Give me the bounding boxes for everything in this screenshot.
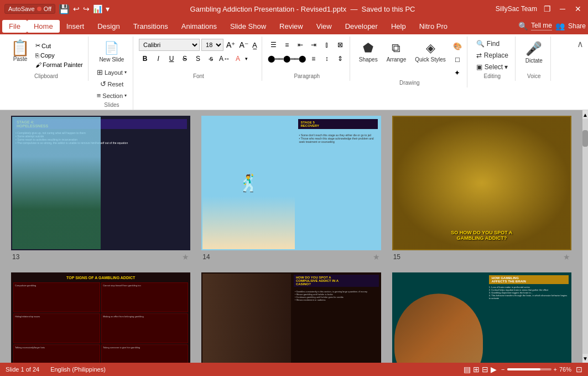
paragraph-group: ☰ ≡ ⇤ ⇥ ⫿ ⊠ ⬤═ ═⬤═ ═⬤ ≡ ↕ ⇕ Paragraph	[264, 37, 350, 81]
scrollbar-thumb[interactable]	[582, 130, 588, 147]
bold-button[interactable]: B	[139, 53, 151, 65]
menu-item-animations[interactable]: Animations	[175, 20, 223, 33]
editing-label: Editing	[484, 72, 501, 81]
shape-outline-button[interactable]: □	[451, 53, 464, 65]
menu-item-developer[interactable]: Developer	[339, 20, 384, 33]
strikethrough-button[interactable]: S	[179, 53, 191, 65]
quick-styles-icon: ◈	[426, 41, 435, 55]
replace-button[interactable]: ⇄ Replace	[473, 50, 512, 60]
font-size-select[interactable]: 18	[201, 39, 223, 51]
fit-slide-button[interactable]: ⊡	[576, 365, 582, 374]
menu-item-review[interactable]: Review	[273, 20, 310, 33]
editing-group: 🔍 Find ⇄ Replace ▣ Select ▾ Editing	[470, 37, 516, 81]
slideshow-button[interactable]: ▶	[491, 365, 497, 374]
voice-group: 🎤 Dictate Voice	[518, 37, 551, 81]
menu-item-transitions[interactable]: Transitions	[127, 20, 175, 33]
slide-thumbnail-14[interactable]: STAGE 5RECOVERY • Some don't reach this …	[201, 116, 381, 250]
undo-icon[interactable]: ↩	[73, 4, 80, 13]
slide-star-15[interactable]: ★	[563, 253, 570, 261]
present-icon[interactable]: 📊	[93, 4, 102, 13]
line-spacing-button[interactable]: ↕	[321, 53, 333, 65]
menu-item-design[interactable]: Design	[91, 20, 126, 33]
list-item: STAGE 5RECOVERY • Some don't reach this …	[201, 116, 381, 261]
shapes-icon: ⬟	[363, 41, 373, 55]
close-button[interactable]: ✕	[573, 3, 584, 14]
menu-item-view[interactable]: View	[310, 20, 339, 33]
menu-item-nitro[interactable]: Nitro Pro	[413, 20, 454, 33]
menu-item-help[interactable]: Help	[384, 20, 413, 33]
charspace-button[interactable]: A↔	[218, 53, 231, 65]
quick-styles-button[interactable]: ◈ Quick Styles	[412, 39, 449, 65]
new-slide-button[interactable]: 📄 New Slide	[96, 39, 127, 65]
find-button[interactable]: 🔍 Find	[473, 39, 512, 49]
numbering-button[interactable]: ≡	[281, 39, 293, 51]
decrease-indent-button[interactable]: ⇤	[294, 39, 306, 51]
font-label: Font	[193, 72, 204, 81]
redo-icon[interactable]: ↪	[83, 4, 90, 13]
save-icon[interactable]: 💾	[59, 4, 70, 14]
underline-button[interactable]: U	[165, 53, 178, 65]
status-left: Slide 1 of 24 English (Philippines)	[6, 366, 106, 373]
align-left-button[interactable]: ⬤═	[268, 53, 280, 65]
font-color-button[interactable]: A	[232, 53, 244, 65]
strikethrough2-button[interactable]: s̶	[205, 53, 217, 65]
font-name-select[interactable]: Calibri	[139, 39, 200, 51]
bullets-button[interactable]: ☰	[268, 39, 280, 51]
saved-status: Saved to this PC	[362, 5, 415, 13]
paste-button[interactable]: 📋 Paste	[8, 39, 33, 64]
justify-button[interactable]: ≡	[308, 53, 320, 65]
increase-font-btn[interactable]: A⁺	[225, 39, 236, 50]
slide-sorter-button[interactable]: ⊞	[473, 365, 480, 374]
more-icon[interactable]: ▾	[106, 4, 110, 13]
align-right-button[interactable]: ═⬤	[294, 53, 306, 65]
slide-thumbnail-17[interactable]: HOW DO YOU SPOT ACOMPULSIVE ADDICT IN AC…	[201, 272, 381, 363]
drawing-group: ⬟ Shapes ⧉ Arrange ◈ Quick Styles 🎨 □ ✦ …	[352, 37, 467, 87]
italic-button[interactable]: I	[152, 53, 164, 65]
layout-button[interactable]: ⊞ Layout ▾	[94, 67, 129, 78]
right-scrollbar[interactable]: ▲ ▼	[582, 110, 588, 363]
share-label[interactable]: Share	[568, 22, 586, 30]
search-label[interactable]: Tell me	[531, 22, 552, 30]
slide-star-14[interactable]: ★	[373, 253, 380, 261]
copy-button[interactable]: ⎘ Copy	[34, 51, 85, 60]
zoom-in-button[interactable]: +	[554, 366, 557, 373]
column-button[interactable]: ⫿	[321, 39, 333, 51]
smart-art-button[interactable]: ⊠	[334, 39, 346, 51]
section-button[interactable]: ≡ Section ▾	[94, 90, 129, 101]
find-icon: 🔍	[476, 40, 485, 48]
dictate-button[interactable]: 🎤 Dictate	[522, 39, 546, 66]
format-painter-button[interactable]: 🖌 Format Painter	[34, 60, 85, 69]
align-center-button[interactable]: ═⬤═	[281, 53, 293, 65]
text-direction-button[interactable]: ⇕	[334, 53, 346, 65]
reading-view-button[interactable]: ⊟	[482, 365, 488, 374]
list-item: HOW GAMBLINGAFFECTS THE BRAIN 1. Loss of…	[392, 272, 571, 363]
menu-item-slideshow[interactable]: Slide Show	[223, 20, 273, 33]
restore-button[interactable]: ❐	[542, 3, 553, 14]
select-button[interactable]: ▣ Select ▾	[473, 62, 512, 72]
zoom-out-button[interactable]: −	[501, 366, 504, 373]
minimize-button[interactable]: ─	[557, 3, 568, 14]
shape-effects-button[interactable]: ✦	[451, 66, 464, 79]
slide-star-13[interactable]: ★	[182, 253, 189, 261]
shape-fill-button[interactable]: 🎨	[451, 40, 464, 52]
shadow-button[interactable]: S	[192, 53, 204, 65]
slide-thumbnail-15[interactable]: SO HOW DO YOU SPOT AGAMBLING ADDICT?	[392, 116, 571, 250]
shapes-button[interactable]: ⬟ Shapes	[356, 39, 381, 65]
autosave-badge[interactable]: AutoSave Off	[4, 4, 55, 14]
ribbon-collapse-button[interactable]: ∧	[577, 37, 584, 49]
decrease-font-btn[interactable]: A⁻	[238, 39, 249, 50]
menu-item-file[interactable]: File	[2, 20, 27, 33]
menu-item-insert[interactable]: Insert	[60, 20, 91, 33]
slide-thumbnail-16[interactable]: TOP SIGNS OF A GAMBLING ADDICT Compulsiv…	[11, 272, 190, 363]
slide-thumbnail-13[interactable]: STAGE 4:HOPELESSNESS Completely give up,…	[11, 116, 190, 250]
increase-indent-button[interactable]: ⇥	[308, 39, 320, 51]
menu-item-home[interactable]: Home	[27, 20, 60, 33]
cut-button[interactable]: ✂ Cut	[34, 41, 85, 50]
slide-thumbnail-18[interactable]: HOW GAMBLINGAFFECTS THE BRAIN 1. Loss of…	[392, 272, 571, 363]
arrange-button[interactable]: ⧉ Arrange	[383, 39, 410, 65]
clear-format-btn[interactable]: A̲	[251, 40, 258, 50]
zoom-bar[interactable]	[507, 368, 551, 370]
normal-view-button[interactable]: ▤	[464, 365, 471, 374]
reset-button[interactable]: ↺ Reset	[94, 79, 129, 89]
font-color-dropdown[interactable]: ▾	[245, 56, 248, 61]
